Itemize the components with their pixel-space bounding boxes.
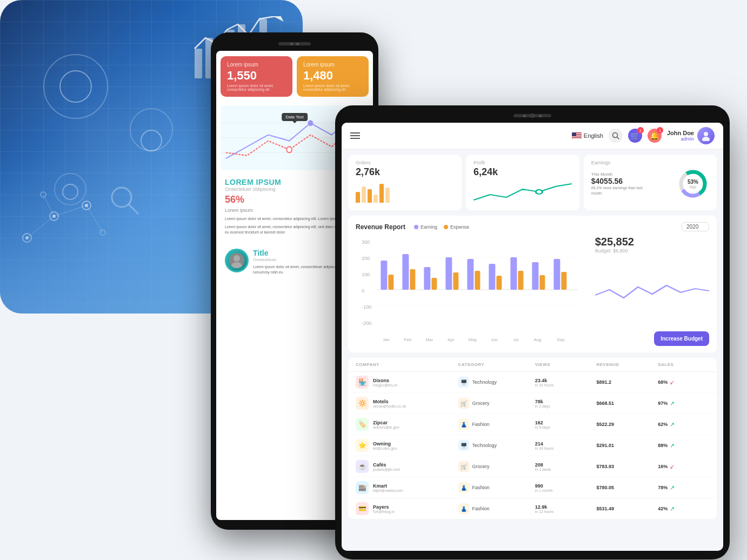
views-cell: 208 in 1 week	[535, 462, 597, 471]
svg-rect-70	[475, 271, 480, 290]
notif-badge: 1	[657, 127, 663, 134]
svg-rect-75	[510, 257, 517, 290]
company-name: Zipcar	[373, 420, 399, 425]
svg-rect-79	[539, 275, 545, 290]
camera-ring	[530, 114, 535, 118]
bg-circle-2	[59, 70, 92, 103]
orders-bars	[356, 181, 454, 203]
revenue-cell: $522.29	[596, 422, 658, 427]
sales-cell: 97% ↗	[658, 400, 709, 407]
views-sub: in 24 hours	[535, 383, 597, 387]
revenue-right: $25,852 Budget: $6,800 Increase Budget	[591, 236, 709, 346]
views-sub: in 2 days	[535, 404, 597, 408]
svg-rect-34	[572, 137, 582, 138]
language-selector[interactable]: English	[572, 132, 603, 139]
table-row: ☕ Cafés pudels@jte.com 🛒 Grocery 208 in …	[348, 456, 717, 477]
company-info: Cafés pudels@jte.com	[373, 462, 400, 471]
flag-icon	[572, 132, 582, 139]
t1-stat2-value: 1,480	[303, 69, 362, 83]
company-cell: 🏪 Dixons meguc@tnu.in	[356, 376, 458, 389]
views-sub: in 12 hours	[535, 510, 597, 514]
language-label: English	[584, 132, 603, 139]
category-icon: 👗	[458, 419, 469, 430]
views-cell: 990 in 1 month	[535, 483, 597, 492]
category-icon: 🖥️	[458, 440, 469, 451]
table-body: 🏪 Dixons meguc@tnu.in 🖥️ Technology 23.4…	[348, 372, 717, 519]
legend-dot-earning	[414, 225, 418, 229]
table-row: 🏬 Kmart bilpri@cawiw.com 👗 Fashion 990 i…	[348, 477, 717, 498]
dashboard-header: English 🛒 1 🔔 1	[342, 123, 723, 149]
earnings-stat-card: Earnings This Month $4055.56 68.2% more …	[584, 155, 717, 210]
company-name: Kmart	[373, 483, 403, 489]
svg-text:100: 100	[362, 272, 370, 277]
stat-bar	[368, 189, 372, 203]
camera-dot-3	[523, 115, 526, 117]
views-value: 162	[535, 420, 597, 425]
trend-icon: ↗	[670, 484, 675, 491]
views-cell: 23.4k in 24 hours	[535, 378, 597, 387]
sales-percent: 78%	[658, 485, 668, 490]
company-cell: 🏬 Kmart bilpri@cawiw.com	[356, 481, 458, 494]
tablet2-camera	[513, 114, 551, 117]
company-email: pudels@jte.com	[373, 468, 400, 471]
views-cell: 12.9k in 12 hours	[535, 504, 597, 514]
search-button[interactable]	[609, 129, 623, 143]
trend-icon: ↙	[670, 379, 675, 386]
revenue-cell: $891.2	[596, 379, 658, 385]
company-info: Zipcar dolores@le.gov	[373, 420, 399, 429]
increase-budget-button[interactable]: Increase Budget	[654, 331, 709, 346]
company-icon: ⭐	[356, 439, 369, 452]
revenue-cell: $783.93	[596, 464, 658, 469]
svg-point-42	[536, 190, 542, 194]
svg-point-26	[286, 146, 292, 152]
table-header-row: COMPANY CATEGORY VIEWS REVENUE SALES	[348, 358, 717, 372]
donut-sublabel: App	[688, 185, 698, 189]
t1-stat1-label: Lorem ipsum	[227, 62, 286, 68]
donut-percent: 53%	[688, 179, 698, 185]
cart-button[interactable]: 🛒 1	[628, 129, 642, 143]
svg-text:May: May	[469, 337, 477, 342]
svg-rect-35	[572, 137, 582, 138]
year-select[interactable]: 2020 2019 2021	[682, 222, 709, 231]
mini-wave-chart	[595, 279, 709, 306]
revenue-cell: $668.51	[596, 401, 658, 406]
t1-stat2-sub: Lorem ipsum dolor sit amet, consectetur …	[303, 84, 362, 91]
company-name: Owning	[373, 441, 397, 446]
tablet1-camera	[278, 42, 311, 45]
user-profile[interactable]: John Doe admin	[667, 127, 715, 144]
company-email: meguc@tnu.in	[373, 383, 397, 387]
trend-icon: ↗	[670, 505, 675, 512]
views-sub: in 5 days	[535, 425, 597, 429]
svg-rect-0	[195, 49, 202, 78]
svg-rect-64	[431, 278, 437, 290]
table-row: ⭐ Owning let@cutes.gov 🖥️ Technology 214…	[348, 435, 717, 456]
bg-circle-4	[141, 130, 162, 151]
category-cell: 🖥️ Technology	[458, 377, 535, 388]
svg-text:-100: -100	[362, 304, 371, 310]
notification-button[interactable]: 🔔 1	[648, 129, 662, 143]
header-right: English 🛒 1 🔔 1	[572, 127, 715, 144]
company-cell: 🏷️ Zipcar dolores@le.gov	[356, 418, 458, 431]
svg-rect-72	[489, 264, 495, 290]
category-name: Fashion	[472, 422, 490, 427]
revenue-bar-chart: 300 200 100 0 -100 -200	[356, 236, 584, 346]
user-role: admin	[667, 136, 694, 142]
legend-earning-label: Earning	[421, 224, 437, 230]
donut-label: 53% App	[688, 179, 698, 189]
company-icon: 💳	[356, 502, 369, 515]
category-cell: 👗 Fashion	[458, 503, 535, 514]
stat-bar	[362, 186, 366, 203]
company-name: Motels	[373, 399, 406, 404]
category-name: Grocery	[472, 401, 490, 406]
legend-expense: Expense	[444, 224, 469, 230]
sales-cell: 78% ↗	[658, 484, 709, 491]
category-cell: 🛒 Grocery	[458, 461, 535, 472]
hamburger-menu[interactable]	[350, 132, 360, 139]
revenue-title: Revenue Report	[356, 223, 405, 231]
category-name: Technology	[472, 443, 497, 448]
orders-stat-card: Orders 2,76k	[348, 155, 462, 210]
sales-cell: 16% ↙	[658, 463, 709, 470]
revenue-section: Revenue Report Earning Expense	[348, 216, 717, 352]
svg-text:Jul: Jul	[513, 337, 518, 342]
svg-text:Sep: Sep	[557, 337, 565, 342]
